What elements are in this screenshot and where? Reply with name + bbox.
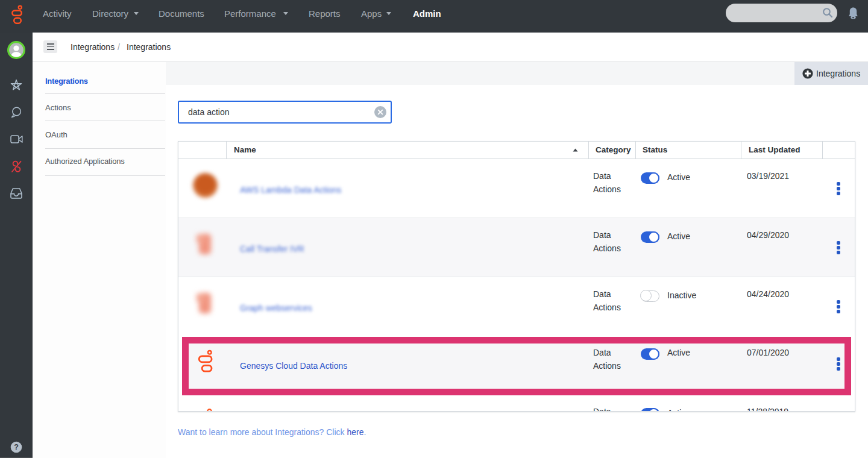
svg-text:?: ?: [14, 443, 19, 451]
